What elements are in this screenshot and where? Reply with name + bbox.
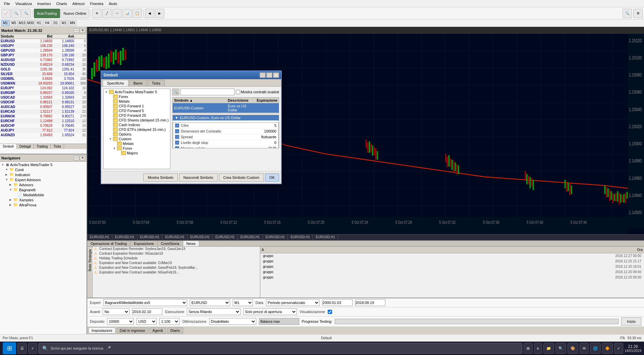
indicator-btn[interactable]: 📊 — [122, 9, 132, 18]
nav-tree-item[interactable]: ▶📁Advisors — [1, 182, 86, 187]
chart-tab-9[interactable]: EURUSD,H1 — [313, 235, 338, 240]
mw-row[interactable]: NZDUSD0.682240.6823410 — [0, 62, 87, 67]
dialog-tab-specifiche[interactable]: Specifiche — [103, 80, 128, 86]
line-btn[interactable]: ╱ — [102, 9, 112, 18]
mw-minimize-btn[interactable]: ─ — [74, 28, 79, 33]
dialog-tree-item[interactable]: 📁Metals — [104, 99, 169, 104]
search-btn[interactable]: 🔍 — [623, 9, 632, 18]
new-chart-btn[interactable]: 📈 — [1, 9, 11, 18]
mw-row[interactable]: AUDNZD1.054931.0552431 — [0, 133, 87, 138]
avanti-date-input[interactable] — [132, 308, 162, 315]
tf-h1[interactable]: H1 — [35, 20, 43, 26]
dialog-tree-item[interactable]: ▼📁Custom — [104, 137, 169, 141]
tab-cronistoria[interactable]: CroniStoria — [158, 241, 183, 246]
mw-row[interactable]: GBPUSD1.285941.285994 — [0, 48, 87, 53]
dialog-tree-item[interactable]: 📁CFD Forward 25 — [104, 113, 169, 118]
tf-m15[interactable]: M15 — [18, 20, 26, 26]
new-order-btn[interactable]: Nuovo Ordine — [61, 9, 90, 18]
app1-btn[interactable]: 🔶 — [602, 343, 613, 354]
browser-btn[interactable]: e — [534, 343, 542, 354]
search-icon[interactable]: 🔍 — [172, 89, 179, 95]
tf-m1[interactable]: M1 — [1, 20, 9, 26]
symbol-select[interactable]: EURUSD — [190, 299, 230, 306]
deposito-select[interactable]: 10000 — [107, 318, 134, 325]
chart-tab-6[interactable]: EURUSD,H1 — [238, 235, 263, 240]
right-row-0[interactable]: gruppo2018.12.27 00:00 — [260, 253, 644, 259]
nav-tree-item[interactable]: ▶📁Indicatori — [1, 172, 86, 177]
autotrading-btn[interactable]: AutoTrading — [34, 9, 60, 18]
ottimizzazione-select[interactable]: Disabilitato — [209, 318, 256, 325]
dialog-tree-item[interactable]: 📁CFD Forward 5 — [104, 108, 169, 113]
inizio-button[interactable]: Inizio — [621, 317, 641, 325]
prezzi-select[interactable]: Solo prezzi di apertura — [243, 308, 297, 315]
chart-tab-5[interactable]: EURUSD,H1 — [213, 235, 238, 240]
stester-tab-agenti[interactable]: Agenti — [150, 327, 166, 334]
chart-tab-7[interactable]: EURUSD,H1 — [263, 235, 288, 240]
stester-tab-dati[interactable]: Dati in ingresso — [117, 327, 148, 334]
mw-row[interactable]: EURJPY124.092124.10210 — [0, 86, 87, 91]
currency-select[interactable]: USD — [137, 318, 157, 325]
task-manager-btn[interactable]: ☰ — [17, 343, 27, 354]
dialog-tree-item[interactable]: ▼📁Forex — [104, 146, 169, 151]
back-btn[interactable]: ◀ — [145, 9, 154, 18]
mw-row[interactable]: SILVER15.60915.65445 — [0, 72, 87, 77]
nascondi-simbolo-btn[interactable]: Nascondi Simbolo — [179, 173, 218, 182]
tf-d1[interactable]: D1 — [52, 20, 60, 26]
menu-charts[interactable]: Charts — [53, 1, 69, 6]
market-watch-list[interactable]: EURUSD1.146501.146555USDJPY108.235108.24… — [0, 39, 87, 144]
date-from-input[interactable] — [322, 299, 353, 306]
dialog-tree-item[interactable]: 📁CFD ETFs (delayed 15 min.) — [104, 127, 169, 132]
mw-row[interactable]: AUDUSD0.719820.7199210 — [0, 58, 87, 62]
dialog-tree-item[interactable]: 📁Forex — [104, 94, 169, 99]
mw-row[interactable]: GOLD1291.061291.4135 — [0, 67, 87, 72]
properties-scroll[interactable]: ▼ EURUSD-Custom, Euro vs US Dollar +Cifr… — [172, 115, 279, 148]
dialog-minimize-btn[interactable]: ─ — [260, 72, 266, 78]
stester-tab-impostazioni[interactable]: Impostazioni — [89, 327, 115, 334]
hline-btn[interactable]: ─ — [112, 9, 122, 18]
tab-operazione[interactable]: Operazione di Trading — [87, 241, 130, 246]
mt5-btn[interactable]: ✓ — [614, 343, 623, 354]
nav-tree-item[interactable]: ▼📁Bagnarelli — [1, 187, 86, 192]
news-row-2[interactable]: ⚠Holiday Trading Schedule — [93, 256, 260, 261]
dialog-tree-item[interactable]: 📁Cash Indices — [104, 122, 169, 127]
tf-m5[interactable]: M5 — [10, 20, 18, 26]
dialog-maximize-btn[interactable]: □ — [266, 72, 272, 78]
boite-label[interactable]: Boite Strategia — [87, 248, 93, 273]
dialog-tree-item[interactable]: 📁Majors — [104, 151, 169, 155]
mw-row[interactable]: USDBRL3.69263.7026100 — [0, 77, 87, 81]
tf-h4[interactable]: H4 — [43, 20, 51, 26]
right-row-4[interactable]: gruppo2018.12.20 09:30 — [260, 275, 644, 280]
crea-simbolo-btn[interactable]: Crea Simbolo Custom — [219, 173, 264, 182]
menu-finestra[interactable]: Finestra — [88, 1, 106, 6]
nav-tree-item[interactable]: ▶📁AltraProva — [1, 202, 86, 207]
mostra-simbolo-btn[interactable]: Mostra Simbolo — [143, 173, 177, 182]
dialog-tree-item[interactable]: ▼📁ActivTrades MetaTrader 5 — [104, 90, 169, 94]
news-row-1[interactable]: ⚠Contract Expiration Reminder: NGasJan19 — [93, 251, 260, 256]
mw-row[interactable]: AUDCAD0.955070.9552720 — [0, 105, 87, 109]
mw-row[interactable]: EURUSD1.146501.146555 — [0, 39, 87, 44]
col-simbolo[interactable]: Simbolo ▲ — [174, 98, 228, 102]
store-btn[interactable]: 🔍 — [555, 343, 566, 354]
visualizzazione-checkbox[interactable] — [328, 310, 332, 314]
esecuzione-select[interactable]: Senza Ritardo — [187, 308, 240, 315]
news-row-0[interactable]: ⚠Contract Expiration Reminder: SoybnsJan… — [93, 247, 260, 251]
simboli-dialog[interactable]: Simboli ─ □ ✕ Specifiche Barre Ticks ▼📁A… — [101, 70, 282, 184]
tab-esposizione[interactable]: Esposizione — [130, 241, 157, 246]
zoom-in-btn[interactable]: 🔍 — [11, 9, 21, 18]
expert-select[interactable]: Bagnarelli\MediaMobile.ex5 — [103, 299, 187, 306]
forward-btn[interactable]: ▶ — [155, 9, 164, 18]
mw-tab-trading[interactable]: Trading — [34, 144, 51, 149]
chart-tab-3[interactable]: EURUSD,H1 — [162, 235, 187, 240]
tab-news[interactable]: News — [183, 241, 200, 246]
crosshair-btn[interactable]: ✛ — [92, 9, 102, 18]
mw-row[interactable]: EURNOK9.799929.80271279 — [0, 114, 87, 119]
task-view-btn[interactable]: ⊞ — [524, 343, 533, 354]
dialog-symbol-tree[interactable]: ▼📁ActivTrades MetaTrader 5📁Forex📁Metals📁… — [103, 89, 170, 169]
menu-inserisci[interactable]: Inserisci — [35, 1, 53, 6]
data-select[interactable]: Periodo personalizzato — [266, 299, 320, 306]
chart-tab-1[interactable]: EURUSD,H1 — [112, 235, 138, 240]
tf-w1[interactable]: W1 — [60, 20, 68, 26]
news-list[interactable]: ⚠Contract Expiration Reminder: SoybnsJan… — [93, 247, 260, 298]
search-bar[interactable]: 🔍 Scrivi qui per eseguire la ricerca 🎤 — [39, 343, 522, 354]
mw-row[interactable]: AUDCHF0.706290.7064516 — [0, 123, 87, 128]
